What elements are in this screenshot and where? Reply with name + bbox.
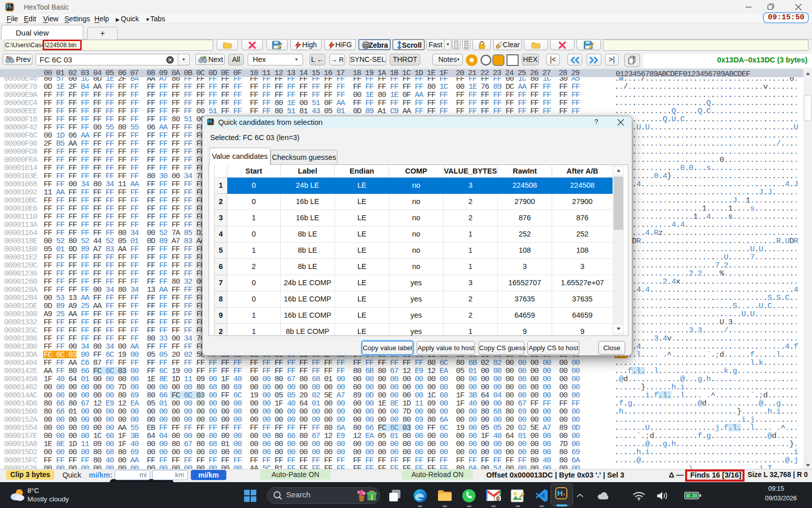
svg-text:0: 0 bbox=[496, 495, 500, 501]
